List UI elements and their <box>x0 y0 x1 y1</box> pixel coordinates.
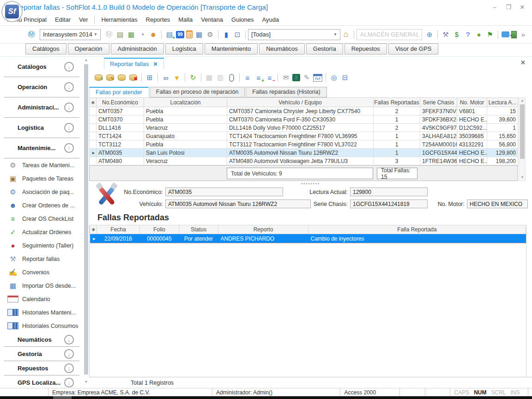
help-icon[interactable]: ? <box>463 30 472 39</box>
column-header-serie-chasis[interactable]: Serie Chasis <box>420 98 457 107</box>
clipboard-icon[interactable]: ▥ <box>186 30 193 38</box>
flag-icon[interactable]: ⚑ <box>485 30 495 39</box>
ribbon-tab-repuestos[interactable]: Repuestos <box>345 43 387 54</box>
column-header-status[interactable]: Status <box>179 225 218 234</box>
m-disabled-icon[interactable]: Ⓜ <box>104 30 114 39</box>
sidebar-section-logistica[interactable]: Logistica↓ <box>4 118 79 138</box>
sidebar-section-repuestos[interactable]: Repuestos↓ <box>4 361 79 375</box>
table-row[interactable]: CMT0357PueblaCMT0357 Camioneta Chrysler … <box>90 107 518 115</box>
lectura-actual-field[interactable]: 129800 <box>350 187 428 196</box>
audit-icon[interactable]: ⚒ <box>441 30 450 39</box>
sidebar-item-historiales-manteni[interactable]: Historiales Manteni... <box>0 306 83 319</box>
scrollbar-thumb[interactable] <box>520 104 525 159</box>
column-header-localizacion[interactable]: Localización <box>144 98 227 107</box>
expand-arrow-icon[interactable]: ↓ <box>64 62 74 72</box>
sidebar-scrollbar[interactable]: ▲ ▼ <box>83 57 89 388</box>
subtab-fallas-reparadas-historia[interactable]: Fallas reparadas (Historia) <box>246 87 326 97</box>
sidebar-section-neumaticos[interactable]: Neumáticos↓ <box>4 332 79 347</box>
excel-icon[interactable]: X <box>292 74 300 81</box>
table-row[interactable]: ATM0480VeracruzATM0480 Automovil Volkswa… <box>90 157 518 165</box>
sidebar-item-crear-os-checklist[interactable]: ≡Crear OS CheckList <box>0 212 83 225</box>
sidebar-item-convenios[interactable]: ✍Convenios <box>0 266 83 279</box>
subtab-fallas-en-proceso-de-reparacion[interactable]: Fallas en proceso de reparación <box>150 87 245 97</box>
overflow-chevrons-icon[interactable]: » <box>519 30 528 39</box>
serie-chasis-field[interactable]: 1GCFG15X441241819 <box>350 200 428 208</box>
no-economico-field[interactable]: ATM0035 <box>165 187 283 196</box>
ribbon-tab-operacion[interactable]: Operación <box>68 43 109 54</box>
close-button[interactable]: ✕ <box>519 4 526 11</box>
sidebar-item-paquetes-de-tareas[interactable]: ▣Paquetes de Tareas <box>0 172 83 185</box>
column-header-fecha[interactable]: Fecha <box>97 225 140 234</box>
collapse-arrow-icon[interactable]: ↑ <box>64 143 74 153</box>
print-icon[interactable]: ⊟ <box>340 73 350 82</box>
table-row[interactable]: TCT3112PueblaTCT3112 Tractocamion Freigh… <box>90 140 518 149</box>
txt-icon[interactable]: TxT <box>313 74 322 82</box>
preview-icon[interactable]: ◎ <box>329 73 339 82</box>
paste-disabled-icon[interactable]: ▥ <box>216 73 225 82</box>
sidebar-item-crear-ordenes-de[interactable]: ☻Crear Ordenes de ... <box>0 199 83 212</box>
home-icon[interactable]: ⌂ <box>341 30 351 39</box>
expand-arrow-icon[interactable]: ↓ <box>64 349 74 359</box>
table-row[interactable]: DLL1416VeracruzDLL1416 Dolly Volvo F7000… <box>90 124 518 132</box>
menu-item-ver[interactable]: Ver <box>75 15 92 24</box>
splitter-handle[interactable]: •••••••• <box>89 181 532 186</box>
sidebar-section-operacion[interactable]: Operación↓ <box>4 77 79 97</box>
filter-selector[interactable]: [Todas] ▼ <box>248 29 340 40</box>
scroll-up-icon[interactable]: ▲ <box>519 99 526 102</box>
sidebar-item-seguimiento-taller[interactable]: ●Seguimiento (Taller) <box>0 239 83 252</box>
scroll-down-icon[interactable]: ▼ <box>84 380 88 383</box>
warehouse-input[interactable]: ALMACÉN GENERAL <box>357 29 422 40</box>
company-selector[interactable]: Interasystem 2014 ▼ <box>40 29 101 40</box>
column-header-no-economico[interactable]: No.Económico <box>97 98 144 107</box>
globe-icon[interactable]: ⊕ <box>425 30 434 39</box>
delete-record-icon[interactable]: ✖ <box>129 74 137 81</box>
column-header-reporto[interactable]: Reporto <box>218 225 308 234</box>
view-record-icon[interactable] <box>118 74 126 81</box>
ribbon-tab-mantenimiento[interactable]: Mantenimiento <box>205 43 258 54</box>
ribbon-tab-visor-de-gps[interactable]: Visor de GPS <box>388 43 439 54</box>
settings-icon[interactable]: ⚙ <box>206 30 215 39</box>
scroll-down-icon[interactable]: ▼ <box>519 175 526 179</box>
grid-icon[interactable]: ⊞ <box>145 73 154 82</box>
filter-icon[interactable]: ▼ <box>172 73 181 82</box>
refresh-icon[interactable]: ↻ <box>188 73 198 82</box>
column-header-folio[interactable]: Folio <box>140 225 179 234</box>
menu-item-ventana[interactable]: Ventana <box>197 15 227 24</box>
sidebar-item-actualizar-ordenes[interactable]: ✓Actualizar Ordenes <box>0 225 83 239</box>
menu-item-guiones[interactable]: Guiones <box>227 15 258 24</box>
gauge-icon[interactable]: ◔ <box>138 30 147 39</box>
sidebar-item-calendario[interactable]: Calendario <box>0 292 83 306</box>
menu-item-herramientas[interactable]: Herramientas <box>97 15 141 24</box>
expand-arrow-icon[interactable]: ↓ <box>64 103 74 112</box>
bug-icon[interactable]: ● <box>474 30 484 39</box>
tab-reportar-fallas[interactable]: Reportar fallas ✕ <box>104 58 164 69</box>
expand-arrow-icon[interactable]: ↓ <box>64 363 74 373</box>
sidebar-section-administraci[interactable]: Administraci...↓ <box>4 97 79 118</box>
sidebar-section-catalogos[interactable]: Catálogos↓ <box>4 57 79 77</box>
spreadsheet-icon[interactable]: ▦ <box>194 30 204 39</box>
exit-icon[interactable] <box>511 31 517 38</box>
users-icon[interactable]: ☻ <box>149 30 158 39</box>
sidebar-item-importar-os-desde[interactable]: ▦Importar OS desde... <box>0 279 83 292</box>
expand-arrow-icon[interactable]: ↓ <box>64 378 74 387</box>
ribbon-tab-catalogos[interactable]: Catálogos <box>25 43 66 54</box>
ribbon-tab-logistica[interactable]: Logística <box>165 43 203 54</box>
panel-close-icon[interactable]: ✕ <box>520 59 526 66</box>
sidebar-section-gps-localiza[interactable]: GPS Localiza...↓ <box>4 375 79 388</box>
subtab-fallas-por-atender[interactable]: Fallas por atender <box>89 87 149 97</box>
sidebar-item-tareas-de-manteni[interactable]: ⚙Tareas de Manteni... <box>0 158 83 172</box>
table-row[interactable]: TCT1424GuanajuatoTCT1424 Tractocamion Fr… <box>90 132 518 140</box>
binoculars-icon[interactable]: ∞ <box>161 73 170 82</box>
currency-icon[interactable]: $ <box>452 30 461 39</box>
book-icon[interactable]: ▮ <box>222 30 231 39</box>
mail-icon[interactable]: ✉ <box>281 73 290 82</box>
image-icon[interactable]: ▦ <box>127 30 136 39</box>
expand-arrow-icon[interactable]: ↓ <box>64 335 74 345</box>
windows-icon[interactable]: ⊡ <box>233 30 242 39</box>
ribbon-tab-neumaticos[interactable]: Neumáticos <box>259 43 305 54</box>
scroll-up-icon[interactable]: ▲ <box>84 58 88 61</box>
expand-tree-icon[interactable]: ≡ <box>243 73 252 82</box>
m-icon[interactable]: Ⓜ <box>27 30 36 39</box>
edit-record-icon[interactable]: ✎ <box>106 74 114 81</box>
no-motor-field[interactable]: HECHO EN MEXICO <box>467 200 528 208</box>
